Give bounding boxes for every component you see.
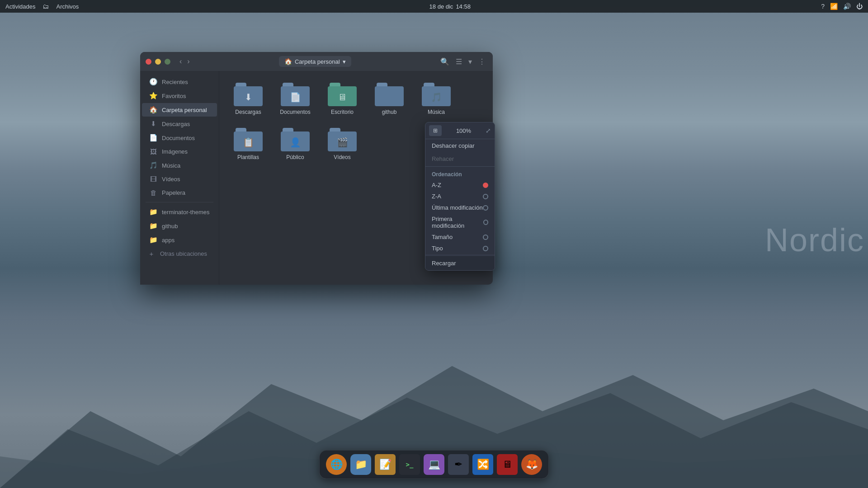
folder-icon-plantillas: 📋 (234, 128, 263, 151)
sidebar: 🕐 Recientes ⭐ Favoritos 🏠 Carpeta person… (140, 71, 219, 285)
activities-button[interactable]: Actividades (5, 3, 35, 10)
sort-radio-tamano (483, 235, 488, 240)
sidebar-label-papelera: Papelera (162, 189, 185, 196)
terminal-icon: >_ (406, 461, 414, 468)
minimize-button[interactable] (155, 59, 161, 65)
dock-item-terminal[interactable]: >_ (399, 454, 420, 475)
volume-icon[interactable]: 🔊 (843, 3, 851, 10)
sort-dropdown-button[interactable]: ▾ (467, 56, 474, 68)
file-item-github[interactable]: github (369, 80, 409, 118)
folder-icon-terminator: 📁 (149, 208, 157, 216)
sidebar-item-documentos[interactable]: 📄 Documentos (142, 131, 217, 145)
sidebar-label-videos: Vídeos (162, 176, 180, 183)
video-icon: 🎞 (149, 175, 157, 183)
public-overlay-icon: 👤 (290, 137, 301, 148)
sort-option-primera[interactable]: Primera modificación (425, 213, 495, 231)
sidebar-item-recientes[interactable]: 🕐 Recientes (142, 75, 217, 89)
sidebar-item-musica[interactable]: 🎵 Música (142, 159, 217, 172)
zoom-level: 100% (445, 127, 482, 134)
sort-radio-za (483, 194, 488, 199)
expand-button[interactable]: ⤢ (486, 127, 491, 134)
folder-icon-publico: 👤 (281, 128, 310, 151)
file-item-plantillas[interactable]: 📋 Plantillas (228, 125, 268, 163)
sidebar-item-imagenes[interactable]: 🖼 Imágenes (142, 145, 217, 158)
file-item-publico[interactable]: 👤 Público (275, 125, 315, 163)
folder-icon-github: 📁 (149, 222, 157, 230)
dock-item-git[interactable]: 🔀 (472, 454, 493, 475)
sidebar-item-terminator-themes[interactable]: 📁 terminator-themes (142, 205, 217, 219)
file-item-musica[interactable]: 🎵 Música (416, 80, 456, 118)
power-icon[interactable]: ⏻ (856, 3, 863, 10)
dock-item-browser[interactable]: 🌐 (326, 454, 347, 475)
sidebar-add-location[interactable]: + Otras ubicaciones (140, 247, 219, 260)
file-item-escritorio[interactable]: 🖥 Escritorio (322, 80, 362, 118)
add-icon: + (147, 250, 156, 258)
sort-option-tamano[interactable]: Tamaño (425, 231, 495, 243)
sidebar-item-papelera[interactable]: 🗑 Papelera (142, 186, 217, 199)
sort-radio-tipo (483, 246, 488, 251)
sort-option-ultima[interactable]: Última modificación (425, 202, 495, 213)
sidebar-label-carpeta: Carpeta personal (162, 107, 207, 113)
sidebar-item-carpeta-personal[interactable]: 🏠 Carpeta personal (142, 103, 217, 117)
menu-divider-1 (425, 166, 495, 167)
close-button[interactable] (146, 59, 151, 65)
forward-button[interactable]: › (185, 56, 191, 66)
top-bar-right: ? 📶 🔊 ⏻ (821, 3, 863, 10)
sidebar-label-github: github (162, 223, 178, 230)
view-toggle-button[interactable]: ☰ (454, 56, 464, 68)
sort-option-za[interactable]: Z-A (425, 191, 495, 202)
sidebar-item-github[interactable]: 📁 github (142, 219, 217, 233)
sort-option-az[interactable]: A-Z (425, 179, 495, 191)
wifi-icon[interactable]: 📶 (830, 3, 838, 10)
dock-item-files[interactable]: 📁 (350, 454, 371, 475)
sort-radio-ultima (483, 205, 488, 211)
menu-item-deshacer-copiar[interactable]: Deshacer copiar (425, 139, 495, 152)
sort-label-az: A-Z (432, 182, 441, 188)
sidebar-label-favoritos: Favoritos (162, 93, 186, 99)
sidebar-label-otras: Otras ubicaciones (160, 250, 207, 257)
folder-icon-apps: 📁 (149, 236, 157, 244)
search-button[interactable]: 🔍 (439, 56, 451, 68)
sidebar-label-documentos: Documentos (162, 135, 195, 141)
time-display: 14:58 (456, 3, 471, 10)
dock-item-notes[interactable]: 📝 (375, 454, 396, 475)
folder-icon-videos: 🎬 (328, 128, 357, 151)
file-label-github: github (382, 109, 397, 115)
menu-item-recargar[interactable]: Recargar (425, 256, 495, 270)
folder-icon-escritorio: 🖥 (328, 83, 357, 106)
sidebar-item-videos[interactable]: 🎞 Vídeos (142, 173, 217, 186)
dock-item-browser2[interactable]: 🦊 (521, 454, 542, 475)
file-item-descargas[interactable]: ⬇ Descargas (228, 80, 268, 118)
folder-icon-descargas: ⬇ (234, 83, 263, 106)
file-label-videos: Vídeos (334, 154, 350, 160)
folder-icon-github (375, 83, 404, 106)
question-icon[interactable]: ? (821, 3, 825, 10)
dock-item-ide[interactable]: 💻 (424, 454, 444, 475)
location-pill[interactable]: 🏠 Carpeta personal ▾ (279, 56, 351, 67)
dock-item-inkscape[interactable]: ✒ (448, 454, 469, 475)
file-item-videos[interactable]: 🎬 Vídeos (322, 125, 362, 163)
sort-radio-primera (483, 220, 488, 225)
sidebar-item-descargas[interactable]: ⬇ Descargas (142, 117, 217, 131)
app-name: Archivos (56, 3, 79, 10)
file-label-musica: Música (428, 109, 445, 115)
trash-icon: 🗑 (149, 189, 157, 197)
dropdown-menu: ⊞ 100% ⤢ Deshacer copiar Rehacer Ordenac… (425, 122, 495, 271)
back-button[interactable]: ‹ (178, 56, 184, 66)
sort-label-za: Z-A (432, 193, 441, 200)
title-bar: ‹ › 🏠 Carpeta personal ▾ 🔍 ☰ ▾ ⋮ (140, 52, 493, 71)
sidebar-label-terminator: terminator-themes (162, 209, 209, 216)
grid-view-button[interactable]: ⊞ (429, 125, 442, 136)
top-bar-left: Actividades 🗂 Archivos (5, 3, 79, 10)
file-item-documentos[interactable]: 📄 Documentos (275, 80, 315, 118)
maximize-button[interactable] (165, 59, 170, 65)
sort-option-tipo[interactable]: Tipo (425, 243, 495, 254)
sidebar-item-favoritos[interactable]: ⭐ Favoritos (142, 89, 217, 103)
menu-button[interactable]: ⋮ (476, 56, 487, 68)
desktop-overlay-icon: 🖥 (338, 92, 347, 103)
file-label-documentos: Documentos (280, 109, 310, 115)
dock-item-vm[interactable]: 🖥 (497, 454, 518, 475)
top-bar-clock: 18 de dic 14:58 (429, 3, 471, 10)
sidebar-item-apps[interactable]: 📁 apps (142, 233, 217, 247)
dropdown-toolbar: ⊞ 100% ⤢ (425, 122, 495, 139)
